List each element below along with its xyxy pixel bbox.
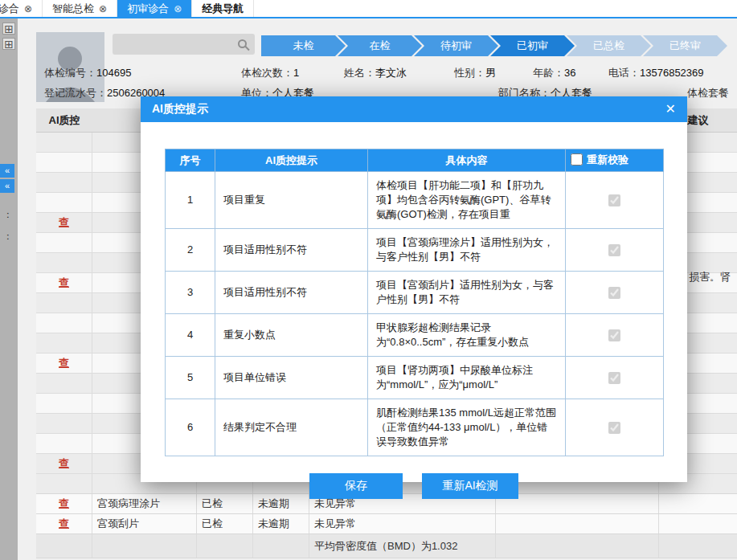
qc-row: 2 项目适用性别不符 项目【宫颈病理涂片】适用性别为女，与客户性别【男】不符 <box>166 229 664 272</box>
qc-row-index: 6 <box>166 399 215 456</box>
recheck-all-checkbox[interactable] <box>571 153 583 166</box>
suggestion-text-fragment: 损害。肾 <box>689 270 737 284</box>
dialog-footer: 保存 重新AI检测 <box>165 473 663 499</box>
app-window: 诊合 ⊗ 智能总检 ⊗ 初审诊合 ⊗ 经典导航 ⊞ ⊞ « « ： ： <box>0 0 737 560</box>
tab-bar: 诊合 ⊗ 智能总检 ⊗ 初审诊合 ⊗ 经典导航 <box>0 0 737 18</box>
ai-qc-view-icon[interactable]: 查 <box>59 276 69 290</box>
recheck-checkbox[interactable] <box>608 287 620 299</box>
qc-row-detail: 项目【宫颈病理涂片】适用性别为女，与客户性别【男】不符 <box>368 229 566 272</box>
item-result: 平均骨密度值（BMD）为1.032 <box>309 534 496 558</box>
tab-zhenhe[interactable]: 诊合 ⊗ <box>0 0 43 17</box>
workflow-step-final-checked: 已总检 <box>567 35 651 56</box>
recheck-checkbox[interactable] <box>608 329 620 341</box>
qc-row-index: 5 <box>166 357 215 399</box>
qc-row-detail: 甲状腺彩超检测结果记录为“0.8×0..5cm”，存在重复小数点 <box>368 314 566 357</box>
tab-label: 诊合 <box>0 2 19 16</box>
recheck-checkbox[interactable] <box>608 422 620 434</box>
save-button[interactable]: 保存 <box>309 473 403 499</box>
ai-qc-cell <box>36 434 92 453</box>
ai-qc-view-icon[interactable]: 查 <box>59 356 69 370</box>
recheck-checkbox[interactable] <box>608 194 620 206</box>
search-icon[interactable] <box>238 39 247 48</box>
col-header-index: 序号 <box>166 149 215 172</box>
qc-row-detail: 肌酐检测结果135 mmol/L远超正常范围（正常值约44-133 μmol/L… <box>368 399 566 456</box>
workflow-step-inprogress: 在检 <box>338 35 422 56</box>
collapse-left-button[interactable]: « <box>0 179 14 193</box>
workflow-step-first-reviewed: 已初审 <box>490 35 575 56</box>
collapse-left-button[interactable]: « <box>0 164 14 178</box>
ai-qc-cell <box>36 153 92 172</box>
tab-chushen-zhenhe[interactable]: 初审诊合 ⊗ <box>117 0 192 17</box>
qc-row-tip: 项目单位错误 <box>215 357 368 399</box>
ai-qc-view-icon[interactable]: 查 <box>59 215 69 230</box>
tab-close-icon[interactable]: ⊗ <box>174 3 182 14</box>
ai-qc-cell <box>36 133 92 152</box>
field-label: 体检次数： <box>241 67 293 79</box>
qc-row-detail: 项目【肾功两项】中尿酸单位标注为“mmol/L”，应为“μmol/L” <box>368 357 566 399</box>
ai-qc-cell <box>36 293 92 313</box>
ai-qc-cell <box>36 193 92 212</box>
field-label: 姓名： <box>344 67 375 79</box>
ai-qc-cell <box>36 233 92 252</box>
recheck-checkbox[interactable] <box>608 372 620 384</box>
patient-info-row-1: 体检编号：104695 体检次数：1 姓名：李文冰 性别：男 年龄：36 电话：… <box>0 66 737 80</box>
panel-grid-icon[interactable]: ⊞ <box>2 38 15 50</box>
qc-row-detail: 项目【宫颈刮片】适用性别为女，与客户性别【男】不符 <box>368 272 566 314</box>
ai-qc-cell: 查 <box>36 273 92 292</box>
tab-zhineng-zongjian[interactable]: 智能总检 ⊗ <box>43 0 117 17</box>
col-header-recheck: 重新校验 <box>587 153 628 167</box>
tab-label: 经典导航 <box>202 2 244 16</box>
ai-qc-view-icon[interactable]: 查 <box>59 456 69 471</box>
qc-row-tip: 项目重复 <box>215 172 368 229</box>
item-due: 未逾期 <box>253 514 309 533</box>
ai-qc-cell <box>36 333 92 353</box>
ai-qc-cell: 查 <box>36 354 92 373</box>
exam-number: 104695 <box>96 67 131 79</box>
tab-jingdian-daohang[interactable]: 经典导航 <box>192 0 254 17</box>
col-header-tip: AI质控提示 <box>215 149 368 172</box>
search-input[interactable] <box>113 34 255 55</box>
ai-qc-cell <box>36 414 92 433</box>
qc-table-header-row: 序号 AI质控提示 具体内容 重新校验 <box>166 149 664 172</box>
table-row-bmd: 平均骨密度值（BMD）为1.032 <box>36 534 737 558</box>
exam-count: 1 <box>293 67 299 79</box>
qc-row-tip: 结果判定不合理 <box>215 399 368 456</box>
qc-row: 4 重复小数点 甲状腺彩超检测结果记录为“0.8×0..5cm”，存在重复小数点 <box>166 314 664 357</box>
ai-qc-dialog: AI质控提示 ✕ 序号 AI质控提示 具体内容 重新校验 <box>141 96 687 482</box>
exam-status-steps: 未检 在检 待初审 已初审 已总检 已终审 <box>261 35 727 56</box>
field-label: 体检套餐 <box>687 87 729 99</box>
table-row-cervical-scrape[interactable]: 查 宫颈刮片 已检 未逾期 未见异常 <box>36 514 737 534</box>
clipped-label-colon: ： <box>3 230 13 243</box>
dialog-title: AI质控提示 <box>152 102 208 116</box>
column-header-ai-qc: AI质控 <box>36 108 92 132</box>
qc-row: 5 项目单位错误 项目【肾功两项】中尿酸单位标注为“mmol/L”，应为“μmo… <box>166 357 664 399</box>
ai-qc-view-icon[interactable]: 查 <box>59 517 69 531</box>
qc-row-index: 1 <box>166 172 215 229</box>
qc-row: 6 结果判定不合理 肌酐检测结果135 mmol/L远超正常范围（正常值约44-… <box>166 399 664 456</box>
patient-age: 36 <box>564 67 575 79</box>
qc-row-index: 2 <box>166 229 215 272</box>
tab-label: 初审诊合 <box>127 2 169 16</box>
item-result: 未见异常 <box>309 514 496 533</box>
panel-grid-icon[interactable]: ⊞ <box>2 22 15 35</box>
patient-gender: 男 <box>485 67 496 79</box>
field-label: 年龄： <box>533 67 564 79</box>
col-header-detail: 具体内容 <box>368 149 566 172</box>
item-name: 宫颈刮片 <box>92 514 197 533</box>
workflow-step-pending-first-review: 待初审 <box>414 35 498 56</box>
close-icon[interactable]: ✕ <box>665 103 676 116</box>
recheck-checkbox[interactable] <box>608 244 620 256</box>
tab-close-icon[interactable]: ⊗ <box>99 3 107 14</box>
ai-qc-cell: 查 <box>36 213 92 232</box>
re-ai-check-button[interactable]: 重新AI检测 <box>422 473 518 499</box>
qc-row-tip: 项目适用性别不符 <box>215 229 368 272</box>
ai-qc-cell <box>36 313 92 333</box>
qc-row-detail: 体检项目【肝功能二项】和【肝功九项】均包含谷丙转氨酶(GPT)、谷草转氨酶(GO… <box>368 172 566 229</box>
tab-close-icon[interactable]: ⊗ <box>24 3 32 14</box>
tab-label: 智能总检 <box>52 2 94 16</box>
qc-row-index: 4 <box>166 314 215 357</box>
ai-qc-cell: 查 <box>36 454 92 473</box>
patient-name: 李文冰 <box>375 67 407 79</box>
qc-row: 3 项目适用性别不符 项目【宫颈刮片】适用性别为女，与客户性别【男】不符 <box>166 272 664 314</box>
ai-qc-view-icon[interactable]: 查 <box>59 497 69 511</box>
